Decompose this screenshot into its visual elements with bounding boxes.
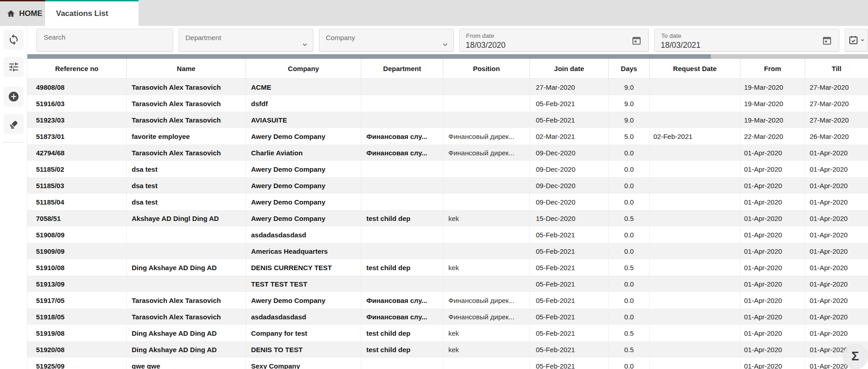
tab-home-label: HOME — [19, 9, 42, 18]
table-cell-days: 9.0 — [608, 112, 649, 128]
column-header-till[interactable]: Till — [805, 59, 868, 78]
eraser-icon — [8, 118, 20, 130]
table-cell-name — [126, 243, 246, 259]
table-cell-department: test child dep — [361, 341, 443, 358]
table-row[interactable]: 51185/03dsa testAwery Demo Company09-Dec… — [27, 177, 868, 194]
table-row[interactable]: 51920/08Ding Akshaye AD Ding ADDENIS TO … — [27, 341, 868, 358]
table-cell-days: 0.0 — [608, 161, 649, 177]
table-cell-request-date — [649, 194, 740, 210]
table-cell-reference-no: 51913/09 — [27, 276, 126, 292]
table-row[interactable]: 51923/03Tarasovich Alex TarasovichAVIASU… — [27, 112, 868, 128]
table-cell-name — [126, 276, 246, 292]
table-cell-from: 01-Apr-2020 — [740, 177, 805, 194]
filter-settings-button[interactable] — [4, 57, 24, 77]
table-cell-till: 01-Apr-2020 — [805, 226, 868, 243]
column-header-company[interactable]: Company — [246, 59, 361, 78]
table-cell-till: 27-Mar-2020 — [805, 112, 868, 128]
table-cell-name: dsa test — [126, 194, 246, 210]
table-cell-company: Awery Demo Company — [246, 194, 361, 210]
table-cell-company: Awery Demo Company — [246, 292, 361, 308]
column-header-position[interactable]: Position — [443, 59, 529, 78]
table-cell-join-date: 05-Feb-2021 — [529, 292, 608, 308]
column-header-request-date[interactable]: Request Date — [649, 59, 740, 78]
sum-button[interactable]: Σ — [843, 344, 868, 369]
table-cell-till: 01-Apr-2020 — [805, 243, 868, 259]
table-cell-company: Awery Demo Company — [246, 161, 361, 177]
search-field[interactable] — [36, 29, 173, 51]
table-cell-days: 9.0 — [608, 95, 649, 112]
table-cell-position: kek — [443, 259, 529, 276]
table-cell-company: DENIS CURRENCY TEST — [246, 259, 361, 276]
table-cell-from: 01-Apr-2020 — [740, 144, 805, 161]
chevron-down-icon — [860, 37, 865, 43]
table-cell-reference-no: 51919/08 — [27, 325, 126, 341]
table-cell-days: 0.0 — [608, 292, 649, 308]
table-row[interactable]: 49808/08Tarasovich Alex TarasovichACME27… — [27, 79, 868, 95]
table-row[interactable]: 42794/68Tarasovich Alex TarasovichCharli… — [27, 144, 868, 161]
table-row[interactable]: 51910/08Ding Akshaye AD Ding ADDENIS CUR… — [27, 259, 868, 276]
table-cell-days: 9.0 — [608, 79, 649, 95]
table-cell-join-date: 05-Feb-2021 — [529, 358, 608, 369]
table-cell-from: 22-Mar-2020 — [740, 128, 805, 144]
table-row[interactable]: 51916/03Tarasovich Alex Tarasovichdsfdf0… — [27, 95, 868, 112]
table-cell-position — [443, 177, 529, 194]
table-cell-days: 0.0 — [608, 358, 649, 369]
table-cell-name: Tarasovich Alex Tarasovich — [126, 292, 246, 308]
table-row[interactable]: 51919/08Ding Akshaye AD Ding ADCompany f… — [27, 325, 868, 341]
table-body: 49808/08Tarasovich Alex TarasovichACME27… — [27, 79, 868, 369]
column-header-days[interactable]: Days — [608, 59, 649, 78]
horizontal-scrollbar-thumb[interactable] — [27, 54, 711, 59]
table-cell-from: 01-Apr-2020 — [740, 292, 805, 308]
table-cell-position — [443, 243, 529, 259]
table-cell-name: Ding Akshaye AD Ding AD — [126, 341, 246, 358]
tab-vacations-list[interactable]: Vacations List — [45, 0, 139, 26]
table-cell-name: Tarasovich Alex Tarasovich — [126, 79, 246, 95]
table-cell-position — [443, 276, 529, 292]
table-cell-company: Awery Demo Company — [246, 128, 361, 144]
table-cell-company: ACME — [246, 79, 361, 95]
table-cell-company: AVIASUITE — [246, 112, 361, 128]
to-date-label: To date — [661, 32, 681, 39]
refresh-button[interactable] — [4, 30, 24, 50]
table-row[interactable]: 51185/02dsa testAwery Demo Company09-Dec… — [27, 161, 868, 177]
tab-home[interactable]: HOME — [0, 0, 45, 26]
table-row[interactable]: 7058/51Akshaye AD Dingl Ding ADAwery Dem… — [27, 210, 868, 226]
table-cell-name: qwe qwe — [126, 358, 246, 369]
column-header-reference-no[interactable]: Reference no — [27, 59, 126, 78]
table-cell-department — [361, 358, 443, 369]
table-cell-company: Company for test — [246, 325, 361, 341]
table-row[interactable]: 51917/05Tarasovich Alex TarasovichAwery … — [27, 292, 868, 308]
table-cell-join-date: 05-Feb-2021 — [529, 308, 608, 325]
table-cell-request-date — [649, 276, 740, 292]
add-button[interactable] — [4, 87, 24, 107]
column-header-join-date[interactable]: Join date — [529, 59, 608, 78]
table-row[interactable]: 51873/01favorite employeeAwery Demo Comp… — [27, 128, 868, 144]
table-cell-company: Awery Demo Company — [246, 210, 361, 226]
column-header-name[interactable]: Name — [126, 59, 246, 78]
search-input[interactable] — [43, 33, 168, 41]
department-select[interactable]: Department — [179, 29, 313, 51]
from-date-field[interactable]: From date 18/03/2020 — [459, 29, 649, 51]
table-cell-position — [443, 95, 529, 112]
date-presets-button[interactable] — [845, 29, 868, 51]
table-row[interactable]: 51185/04dsa testAwery Demo Company09-Dec… — [27, 194, 868, 210]
clear-filters-button[interactable] — [4, 114, 24, 134]
table-cell-name: Tarasovich Alex Tarasovich — [126, 95, 246, 112]
table-row[interactable]: 51909/09Americas Headquarters05-Feb-2021… — [27, 243, 868, 259]
table-cell-position: Финансовый дирек... — [443, 144, 529, 161]
column-header-department[interactable]: Department — [361, 59, 443, 78]
to-date-field[interactable]: To date 18/03/2021 — [654, 29, 839, 51]
table-cell-position: Финансовый дирек... — [443, 308, 529, 325]
table-cell-from: 01-Apr-2020 — [740, 243, 805, 259]
table-cell-reference-no: 51918/05 — [27, 308, 126, 325]
table-cell-from: 01-Apr-2020 — [740, 341, 805, 358]
table-row[interactable]: 51925/09qwe qweSexy Company05-Feb-20210.… — [27, 358, 868, 369]
column-header-from[interactable]: From — [740, 59, 805, 78]
table-cell-reference-no: 51920/08 — [27, 341, 126, 358]
table-cell-from: 19-Mar-2020 — [740, 79, 805, 95]
company-select[interactable]: Company — [319, 29, 454, 51]
table-row[interactable]: 51908/09asdadasdasdasd05-Feb-20210.001-A… — [27, 226, 868, 243]
table-row[interactable]: 51918/05Tarasovich Alex Tarasovichasdada… — [27, 308, 868, 325]
table-row[interactable]: 51913/09TEST TEST TEST05-Feb-20210.001-A… — [27, 276, 868, 292]
table-cell-join-date: 15-Dec-2020 — [529, 210, 608, 226]
